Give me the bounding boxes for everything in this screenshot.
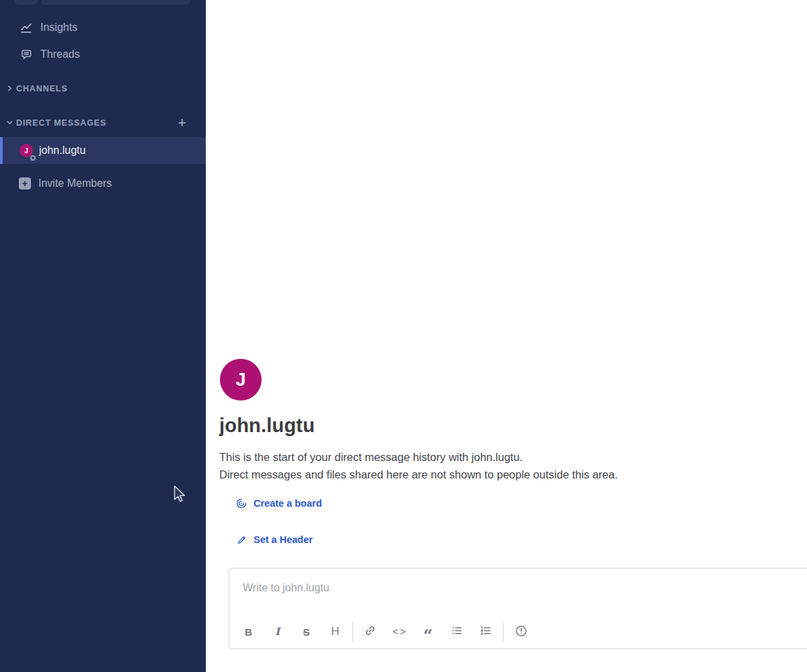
- code-button[interactable]: <>: [389, 622, 410, 642]
- conversation-panel: J john.lugtu This is the start of your d…: [206, 0, 807, 672]
- avatar-initial: J: [235, 370, 245, 390]
- alert-circle-icon: [515, 625, 527, 639]
- boards-spiral-icon: [236, 498, 247, 509]
- message-input[interactable]: [243, 582, 807, 613]
- link-button[interactable]: [360, 622, 381, 642]
- sidebar-item-label: Threads: [40, 48, 80, 60]
- chart-line-icon: [20, 22, 32, 34]
- avatar: J: [20, 144, 33, 157]
- italic-icon: I: [275, 626, 280, 638]
- code-icon: <>: [391, 626, 408, 637]
- sidebar-item-label: Insights: [40, 22, 77, 34]
- plus-square-icon: +: [19, 177, 31, 190]
- message-square-icon: [20, 48, 32, 60]
- sidebar-item-label: Invite Members: [38, 177, 112, 190]
- toolbar-divider: [503, 622, 504, 642]
- bold-icon: B: [245, 626, 252, 638]
- sidebar-item-insights[interactable]: Insights: [0, 14, 206, 41]
- strikethrough-icon: S: [303, 626, 309, 638]
- set-header-button[interactable]: Set a Header: [236, 534, 313, 545]
- chevron-right-icon: [5, 85, 13, 93]
- numbered-list-icon: [480, 625, 492, 638]
- sidebar: Insights Threads CHANNELS DIRECT MESSAGE…: [0, 0, 206, 672]
- selection-indicator: [0, 137, 3, 164]
- action-label: Create a board: [254, 498, 322, 509]
- status-offline-icon: [30, 155, 36, 161]
- bold-button[interactable]: B: [239, 622, 259, 642]
- add-direct-message-button[interactable]: +: [175, 116, 190, 130]
- intro-text: This is the start of your direct message…: [219, 448, 618, 483]
- dm-username: john.lugtu: [39, 144, 85, 157]
- intro-line-2: Direct messages and files shared here ar…: [219, 466, 618, 483]
- intro-line-1: This is the start of your direct message…: [219, 448, 618, 466]
- toolbar-divider: [352, 622, 353, 642]
- sidebar-item-dm-john-lugtu[interactable]: J john.lugtu: [0, 137, 206, 164]
- page-title: john.lugtu: [219, 415, 315, 437]
- section-label: CHANNELS: [16, 84, 68, 93]
- sidebar-section-direct-messages[interactable]: DIRECT MESSAGES +: [0, 110, 206, 136]
- bullet-list-button[interactable]: [447, 622, 467, 642]
- sidebar-item-invite-members[interactable]: + Invite Members: [0, 170, 206, 197]
- message-composer: B I S H <>: [229, 568, 807, 649]
- sidebar-section-channels[interactable]: CHANNELS: [0, 75, 206, 101]
- create-board-button[interactable]: Create a board: [236, 498, 322, 509]
- message-priority-button[interactable]: [511, 622, 531, 642]
- sidebar-top-button-partial[interactable]: [15, 0, 38, 5]
- quote-button[interactable]: “: [418, 622, 438, 642]
- numbered-list-button[interactable]: [476, 622, 496, 642]
- formatting-toolbar: B I S H <>: [234, 622, 535, 642]
- chevron-down-icon: [5, 119, 13, 127]
- sidebar-item-threads[interactable]: Threads: [0, 41, 206, 68]
- heading-button[interactable]: H: [325, 622, 346, 642]
- pencil-icon: [236, 534, 247, 545]
- italic-button[interactable]: I: [268, 622, 288, 642]
- sidebar-search-partial[interactable]: [41, 0, 190, 5]
- link-icon: [364, 625, 376, 638]
- profile-avatar: J: [220, 359, 262, 401]
- quote-icon: “: [424, 624, 433, 639]
- section-label: DIRECT MESSAGES: [16, 118, 106, 128]
- strikethrough-button[interactable]: S: [297, 622, 317, 642]
- action-label: Set a Header: [254, 534, 313, 545]
- heading-icon: H: [331, 625, 339, 638]
- bullet-list-icon: [451, 625, 463, 638]
